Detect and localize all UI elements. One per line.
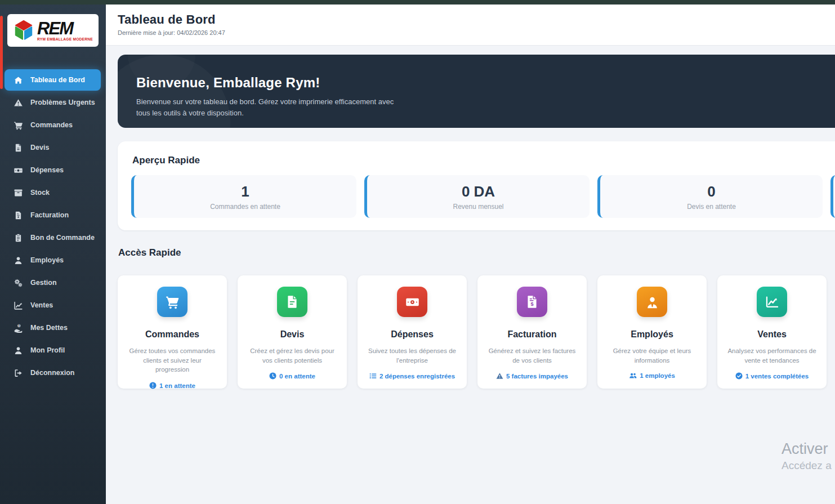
content-area: Bienvenue, Emballage Rym! Bienvenue sur … <box>106 46 835 389</box>
employes-tile <box>637 287 667 317</box>
stat-card-devis: 0 Devis en attente <box>597 175 823 218</box>
quick-card-ventes[interactable]: Ventes Analysez vos performances de vent… <box>717 275 827 389</box>
sidebar-item-ventes[interactable]: Ventes <box>0 294 106 316</box>
sidebar-item-depenses[interactable]: Dépenses <box>0 159 106 181</box>
sidebar-item-label: Gestion <box>30 279 57 287</box>
cart-icon <box>165 295 180 310</box>
quick-card-employes[interactable]: Employés Gérez votre équipe et leurs inf… <box>597 275 707 389</box>
quick-card-facturation[interactable]: $ Facturation Générez et suivez les fact… <box>477 275 587 389</box>
chart-line-icon <box>765 295 780 310</box>
svg-text:$: $ <box>530 301 533 307</box>
clock-icon <box>269 372 276 380</box>
stat-label: Revenu mensuel <box>453 203 503 211</box>
stat-label: Commandes en attente <box>210 203 280 211</box>
logo-text: REM <box>37 20 93 37</box>
chart-line-icon <box>14 301 23 310</box>
sidebar-item-label: Commandes <box>30 121 73 129</box>
exclamation-circle-icon <box>149 382 157 389</box>
stat-value: 1 <box>241 183 249 200</box>
depenses-tile <box>397 287 427 317</box>
stats-row: 1 Commandes en attente 0 DA Revenu mensu… <box>131 175 835 218</box>
quick-card-description: Gérez toutes vos commandes clients et su… <box>126 346 219 374</box>
company-logo: REM RYM EMBALLAGE MODERNE <box>7 14 99 47</box>
list-icon <box>369 372 377 380</box>
welcome-banner: Bienvenue, Emballage Rym! Bienvenue sur … <box>118 55 835 128</box>
badge-text: 1 en attente <box>159 382 195 389</box>
quick-card-badge: 5 factures impayées <box>483 372 581 380</box>
quick-card-title: Employés <box>603 329 701 340</box>
top-strip <box>0 0 835 5</box>
quick-card-badge: 1 ventes complétées <box>723 372 821 380</box>
sidebar-item-label: Stock <box>30 189 50 197</box>
page-header: Tableau de Bord Dernière mise à jour: 04… <box>106 5 835 46</box>
sidebar-item-devis[interactable]: Devis <box>0 136 106 159</box>
quick-card-commandes[interactable]: Commandes Gérez toutes vos commandes cli… <box>118 275 227 389</box>
quick-card-devis[interactable]: Devis Créez et gérez les devis pour vos … <box>238 275 347 389</box>
overview-panel: Aperçu Rapide 1 Commandes en attente 0 D… <box>118 141 835 230</box>
badge-text: 2 dépenses enregistrées <box>379 373 455 380</box>
sidebar-item-label: Devis <box>30 144 49 151</box>
sidebar-scrollbar-thumb[interactable] <box>0 16 3 89</box>
warning-triangle-icon <box>496 372 503 380</box>
sidebar-item-employes[interactable]: Employés <box>0 249 106 271</box>
stat-card-revenu: 0 DA Revenu mensuel <box>364 175 590 218</box>
welcome-title: Bienvenue, Emballage Rym! <box>118 55 835 91</box>
invoice-icon <box>14 211 23 220</box>
sidebar-item-label: Problèmes Urgents <box>30 99 95 106</box>
sidebar-item-label: Dépenses <box>30 166 64 174</box>
badge-text: 1 employés <box>640 372 675 379</box>
main-area: Tableau de Bord Dernière mise à jour: 04… <box>106 5 835 504</box>
stat-label: Devis en attente <box>687 203 736 211</box>
user-icon <box>14 256 23 265</box>
devis-tile <box>277 287 307 317</box>
sidebar-item-facturation[interactable]: Facturation <box>0 204 106 226</box>
sidebar-item-bon-de-commande[interactable]: Bon de Commande <box>0 226 106 249</box>
quick-card-badge: 2 dépenses enregistrées <box>363 372 461 380</box>
cart-icon <box>14 121 23 130</box>
stat-card-partial <box>830 175 835 218</box>
clipboard-icon <box>14 233 23 243</box>
sidebar-item-problemes-urgents[interactable]: Problèmes Urgents <box>0 91 106 114</box>
warning-icon <box>14 98 23 108</box>
quick-card-title: Ventes <box>723 329 821 340</box>
commandes-tile <box>157 287 187 317</box>
sidebar-item-label: Bon de Commande <box>30 234 95 242</box>
logo-subtext: RYM EMBALLAGE MODERNE <box>37 38 93 42</box>
sidebar-item-tableau-de-bord[interactable]: Tableau de Bord <box>5 69 101 91</box>
quick-card-title: Commandes <box>123 329 221 340</box>
sidebar-item-label: Ventes <box>30 301 53 309</box>
users-icon <box>629 372 637 379</box>
invoice-dollar-icon: $ <box>525 295 539 309</box>
sidebar-item-gestion[interactable]: Gestion <box>0 271 106 294</box>
quick-card-title: Facturation <box>483 329 581 340</box>
quick-card-depenses[interactable]: Dépenses Suivez toutes les dépenses de l… <box>358 275 467 389</box>
sidebar-item-label: Mes Dettes <box>30 324 68 332</box>
gears-icon <box>14 278 23 288</box>
sidebar-item-label: Facturation <box>30 211 69 219</box>
user-icon <box>14 346 23 355</box>
quick-card-description: Analysez vos performances de vente et te… <box>725 346 819 365</box>
quick-card-description: Suivez toutes les dépenses de l'entrepri… <box>365 346 459 365</box>
user-tie-icon <box>645 295 660 310</box>
sidebar-item-label: Tableau de Bord <box>30 76 85 84</box>
sidebar-item-deconnexion[interactable]: Déconnexion <box>0 362 106 384</box>
sidebar-item-commandes[interactable]: Commandes <box>0 114 106 136</box>
overview-heading: Aperçu Rapide <box>132 155 835 166</box>
sidebar-item-label: Mon Profil <box>30 346 65 354</box>
welcome-text: Bienvenue sur votre tableau de bord. Gér… <box>136 96 400 119</box>
logout-icon <box>14 368 23 378</box>
sidebar: REM RYM EMBALLAGE MODERNE Tableau de Bor… <box>0 0 106 504</box>
quick-card-badge: 0 en attente <box>243 372 341 380</box>
money-bill-icon <box>405 295 420 310</box>
file-invoice-icon <box>285 295 300 309</box>
sidebar-item-mes-dettes[interactable]: $ Mes Dettes <box>0 316 106 339</box>
sidebar-item-mon-profil[interactable]: Mon Profil <box>0 339 106 362</box>
quick-card-description: Créez et gérez les devis pour vos client… <box>245 346 339 365</box>
stat-value: 0 <box>707 183 715 200</box>
quick-card-badge: 1 employés <box>603 372 701 379</box>
ventes-tile <box>757 287 787 317</box>
sidebar-item-label: Employés <box>30 256 64 264</box>
sidebar-item-label: Déconnexion <box>30 369 75 377</box>
sidebar-item-stock[interactable]: Stock <box>0 181 106 204</box>
quick-card-description: Gérez votre équipe et leurs informations <box>605 346 699 365</box>
